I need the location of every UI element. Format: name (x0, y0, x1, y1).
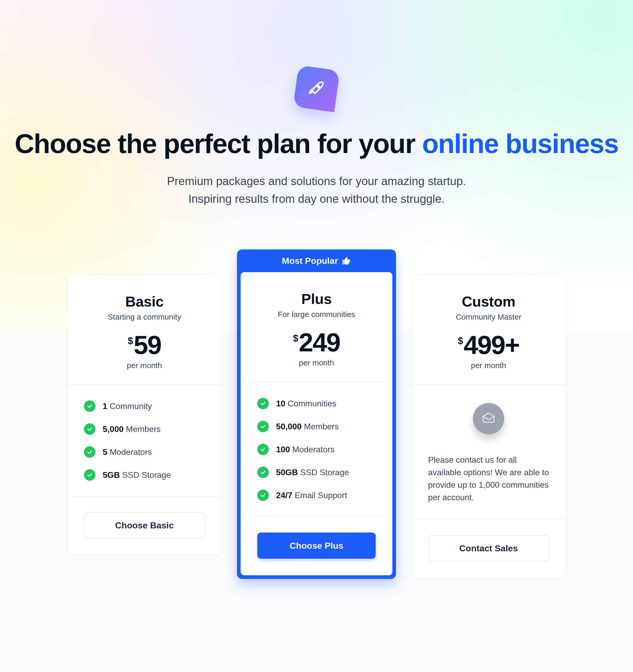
custom-plan-description: Please contact us for all available opti… (428, 454, 549, 504)
check-icon (84, 423, 95, 435)
choose-basic-button[interactable]: Choose Basic (84, 512, 205, 538)
plan-feature: 5,000 Members (84, 423, 205, 435)
page-title-prefix: Choose the perfect plan for your (15, 128, 422, 159)
page-subtitle: Premium packages and solutions for your … (167, 172, 466, 208)
plan-amount: 249 (299, 329, 340, 355)
page-title: Choose the perfect plan for your online … (15, 128, 618, 160)
check-icon (257, 398, 269, 409)
check-icon (84, 469, 95, 481)
plan-period: per month (84, 361, 205, 370)
plan-name: Plus (257, 290, 376, 307)
plan-feature: 1 Community (84, 400, 205, 412)
rocket-icon (307, 79, 326, 98)
plan-feature: 100 Moderators (257, 443, 376, 455)
plan-amount: 59 (134, 332, 161, 358)
plan-feature-list: 1 Community 5,000 Members 5 Moderators 5… (84, 400, 205, 481)
featured-label: Most Popular (282, 256, 338, 266)
plan-feature-list: 10 Communities 50,000 Members 100 Modera… (257, 398, 376, 501)
page-title-accent: online business (422, 128, 618, 159)
check-icon (257, 421, 269, 432)
plan-currency: $ (458, 335, 463, 346)
pricing-plans: Basic Starting a community $ 59 per mont… (67, 249, 566, 579)
plan-feature: 5GB SSD Storage (84, 469, 205, 481)
plan-amount: 499+ (464, 332, 519, 358)
plan-feature: 50,000 Members (257, 421, 376, 432)
check-icon (257, 489, 269, 501)
contact-sales-button[interactable]: Contact Sales (428, 535, 549, 561)
plan-period: per month (428, 361, 549, 370)
plan-feature: 10 Communities (257, 398, 376, 409)
plan-name: Custom (428, 293, 549, 310)
plan-card-custom: Custom Community Master $ 499+ per month… (411, 274, 566, 578)
plan-period: per month (257, 358, 376, 367)
check-icon (84, 400, 95, 412)
plan-currency: $ (128, 335, 133, 346)
thumbs-up-icon (342, 256, 351, 266)
plan-tagline: For large communities (257, 310, 376, 319)
plan-feature: 24/7 Email Support (257, 489, 376, 501)
plan-tagline: Community Master (428, 313, 549, 321)
plan-card-plus: Most Popular Plus For large communities … (237, 249, 396, 579)
check-icon (257, 443, 269, 455)
plan-currency: $ (293, 333, 298, 344)
hero-rocket-icon (293, 65, 340, 112)
subtitle-line-1: Premium packages and solutions for your … (167, 175, 466, 187)
plan-card-basic: Basic Starting a community $ 59 per mont… (67, 274, 222, 555)
svg-point-0 (318, 86, 319, 88)
check-icon (257, 466, 269, 478)
mail-icon-circle (473, 403, 504, 434)
choose-plus-button[interactable]: Choose Plus (257, 532, 376, 559)
plan-tagline: Starting a community (84, 313, 205, 321)
plan-feature: 50GB SSD Storage (257, 466, 376, 478)
check-icon (84, 446, 95, 458)
subtitle-line-2: Inspiring results from day one without t… (188, 192, 445, 205)
plan-feature: 5 Moderators (84, 446, 205, 458)
mail-icon (481, 411, 496, 426)
plan-name: Basic (84, 293, 205, 310)
